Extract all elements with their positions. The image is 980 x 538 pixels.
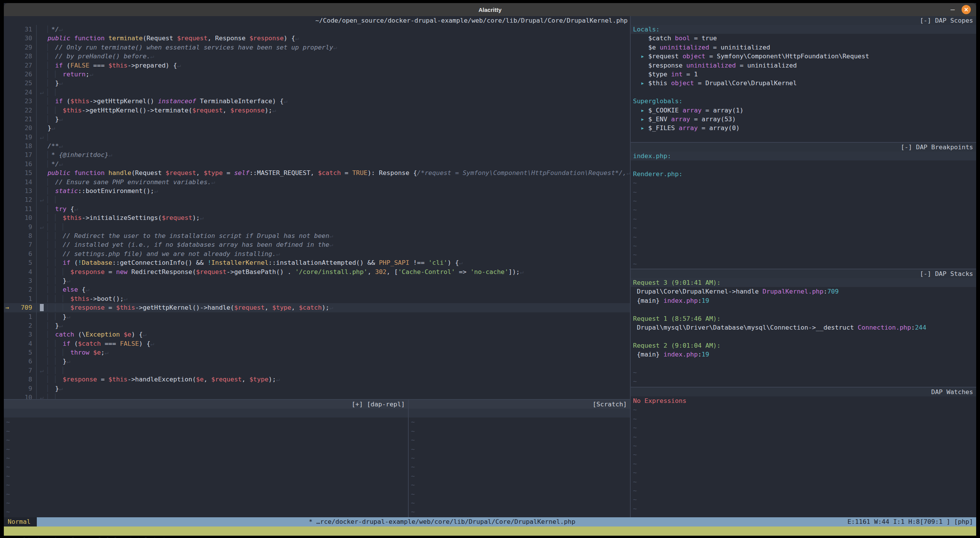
- code-line[interactable]: 4 ▏ ▏ ▏ $response = new RedirectResponse…: [4, 267, 630, 276]
- dap-scope-row[interactable]: Superglobals:: [631, 97, 976, 106]
- dap-repl-body[interactable]: ~~~~~~~~~~~: [4, 409, 408, 517]
- dap-stack-row[interactable]: Drupal\Core\DrupalKernel->handle DrupalK…: [631, 287, 976, 296]
- dap-stack-row[interactable]: Drupal\mysql\Driver\Database\mysql\Conne…: [631, 323, 976, 332]
- dap-scope-row[interactable]: ▸ $request object = Symfony\Component\Ht…: [631, 52, 976, 61]
- dap-watch-row[interactable]: No Expressions: [631, 396, 976, 405]
- scratch-body[interactable]: ~~~~~~~~~~~: [409, 409, 630, 517]
- tmux-window-list[interactable]: 1:nvim* 2:docker-: [113, 536, 178, 538]
- minimize-button[interactable]: –: [950, 3, 955, 16]
- close-icon: ×: [964, 6, 969, 13]
- code-line[interactable]: 14 ▏ // Ensure sane PHP environment vari…: [4, 178, 630, 186]
- code-line[interactable]: 7 ▏ ▏ // installed yet (i.e., if no $dat…: [4, 240, 630, 249]
- code-line[interactable]: 25 ▏ }↵: [4, 79, 630, 87]
- code-line[interactable]: 28 ▏ // by preHandle() before.↵: [4, 52, 630, 61]
- dap-stacks-header[interactable]: [-] DAP Stacks: [631, 269, 976, 278]
- code-line[interactable]: 19↵ ▏: [4, 133, 630, 142]
- dap-scope-row[interactable]: ▸ $_COOKIE array = array(1): [631, 106, 976, 115]
- code-line[interactable]: 5 ▏ ▏ if (!Database::getConnectionInfo()…: [4, 258, 630, 267]
- code-line[interactable]: 17 ▏* {@inheritdoc}↵: [4, 150, 630, 159]
- code-line[interactable]: 6 ▏ ▏ // settings.php file) and we are n…: [4, 249, 630, 258]
- dap-stack-row[interactable]: {main} index.php:19: [631, 296, 976, 305]
- code-line[interactable]: 1 ▏ ▏ ▏ $this->boot();↵: [4, 294, 630, 303]
- dap-scope-row[interactable]: ▸ $_FILES array = array(0): [631, 124, 976, 132]
- code-line[interactable]: 3 ▏ ▏ }↵: [4, 276, 630, 285]
- empty-line-tilde: ~: [409, 472, 630, 480]
- dap-scope-row[interactable]: $catch bool = true: [631, 34, 976, 43]
- dap-stacks-body[interactable]: Request 3 (9:01:41 AM): Drupal\Core\Drup…: [631, 278, 976, 387]
- dap-breakpoint-row[interactable]: Renderer.php:: [631, 170, 976, 178]
- empty-line-tilde: ~: [631, 178, 976, 187]
- code-line[interactable]: 18 /**↵: [4, 142, 630, 150]
- dap-scope-row[interactable]: ▸ $this object = Drupal\Core\DrupalKerne…: [631, 79, 976, 87]
- code-line[interactable]: 10↵ ▏ ▏: [4, 393, 630, 399]
- code-line[interactable]: 2 ▏ }↵: [4, 321, 630, 330]
- dap-stack-row[interactable]: [631, 359, 976, 368]
- dap-repl-pane[interactable]: [+] [dap-repl] ~~~~~~~~~~~: [4, 400, 409, 517]
- scratch-line[interactable]: [409, 409, 630, 418]
- code-editor[interactable]: 31 ▏*/↵30 public function terminate(Requ…: [4, 25, 630, 399]
- dap-breakpoint-row[interactable]: [631, 160, 976, 169]
- dap-scope-row[interactable]: $response uninitialized = uninitialized: [631, 61, 976, 70]
- code-line[interactable]: 8 ▏ ▏ // Redirect the user to the instal…: [4, 231, 630, 240]
- code-line[interactable]: 29 ▏ // Only run terminate() when essent…: [4, 43, 630, 52]
- code-line[interactable]: 3 ▏ catch (\Exception $e) {↵: [4, 330, 630, 339]
- code-line[interactable]: 15 public function handle(Request $reque…: [4, 168, 630, 177]
- code-line[interactable]: 20 }↵: [4, 124, 630, 132]
- code-line[interactable]: 6 ▏ ▏ }↵: [4, 357, 630, 366]
- empty-line-tilde: ~: [4, 427, 408, 436]
- dap-stack-row[interactable]: {main} index.php:19: [631, 350, 976, 359]
- empty-line-tilde: ~: [631, 405, 976, 414]
- dap-breakpoints-header[interactable]: [-] DAP Breakpoints: [631, 143, 976, 152]
- dap-scope-row[interactable]: $type int = 1: [631, 70, 976, 79]
- code-line[interactable]: 5 ▏ ▏ ▏ throw $e;↵: [4, 348, 630, 357]
- dap-stack-row[interactable]: Request 3 (9:01:41 AM):: [631, 278, 976, 287]
- dap-scope-row[interactable]: Locals:: [631, 25, 976, 34]
- code-line-current[interactable]: →709 ▏ ▏ ▏ $response = $this->getHttpKer…: [4, 303, 630, 312]
- code-line[interactable]: 24↵ ▏ ▏: [4, 88, 630, 97]
- code-line[interactable]: 21 ▏ }↵: [4, 115, 630, 124]
- dap-watches-header[interactable]: DAP Watches: [631, 388, 976, 396]
- dap-scope-row[interactable]: [631, 133, 976, 142]
- dap-stack-row[interactable]: Request 2 (9:01:04 AM):: [631, 341, 976, 350]
- dap-scope-row[interactable]: [631, 88, 976, 97]
- code-line[interactable]: 30 public function terminate(Request $re…: [4, 34, 630, 43]
- empty-line-tilde: ~: [631, 377, 976, 386]
- code-line[interactable]: 16 ▏*/↵: [4, 160, 630, 168]
- code-line[interactable]: 2 ▏ ▏ else {↵: [4, 285, 630, 294]
- empty-line-tilde: ~: [4, 436, 408, 444]
- code-line[interactable]: 26 ▏ ▏ return;↵: [4, 70, 630, 79]
- dap-breakpoints-body[interactable]: index.php:Renderer.php:~~~~~~~~~~: [631, 152, 976, 269]
- code-line[interactable]: 7↵ ▏ ▏ ▏: [4, 366, 630, 375]
- statusline-stats: E:1161 W:44 I:1 H:8[709:1 ] [php]: [847, 517, 976, 526]
- code-line[interactable]: 13 ▏ static::bootEnvironment();↵: [4, 186, 630, 195]
- code-line[interactable]: 23 ▏ if ($this->getHttpKernel() instance…: [4, 97, 630, 106]
- code-line[interactable]: 4 ▏ ▏ if ($catch === FALSE) {↵: [4, 339, 630, 348]
- dap-watches-body[interactable]: No Expressions~~~~~~~~~~~~: [631, 396, 976, 517]
- code-line[interactable]: 27 ▏ if (FALSE === $this->prepared) {↵: [4, 61, 630, 70]
- dap-stack-row[interactable]: [631, 332, 976, 341]
- empty-line-tilde: ~: [631, 250, 976, 259]
- code-line[interactable]: 8 ▏ ▏ $response = $this->handleException…: [4, 375, 630, 384]
- repl-line[interactable]: [4, 409, 408, 418]
- code-line[interactable]: 1 ▏ ▏ }↵: [4, 312, 630, 321]
- dap-scope-row[interactable]: $e uninitialized = uninitialized: [631, 43, 976, 52]
- code-line[interactable]: 9 ▏ }↵: [4, 384, 630, 393]
- scratch-pane[interactable]: [Scratch] ~~~~~~~~~~~: [409, 400, 630, 517]
- empty-line-tilde: ~: [631, 495, 976, 504]
- code-line[interactable]: 9↵ ▏ ▏ ▏: [4, 223, 630, 231]
- code-line[interactable]: 22 ▏ ▏ $this->getHttpKernel()->terminate…: [4, 106, 630, 115]
- dap-stack-row[interactable]: [631, 305, 976, 314]
- empty-line-tilde: ~: [631, 205, 976, 214]
- dap-scopes-header[interactable]: [-] DAP Scopes: [631, 16, 976, 25]
- dap-breakpoint-row[interactable]: index.php:: [631, 152, 976, 160]
- close-button[interactable]: ×: [962, 5, 971, 14]
- dap-scopes-body[interactable]: Locals: $catch bool = true $e uninitiali…: [631, 25, 976, 142]
- dap-scopes-section: [-] DAP Scopes Locals: $catch bool = tru…: [631, 16, 976, 142]
- empty-line-tilde: ~: [631, 468, 976, 477]
- dap-scope-row[interactable]: ▸ $_ENV array = array(53): [631, 115, 976, 124]
- code-line[interactable]: 10 ▏ ▏ $this->initializeSettings($reques…: [4, 213, 630, 222]
- code-line[interactable]: 12↵ ▏ ▏: [4, 195, 630, 204]
- dap-stack-row[interactable]: Request 1 (8:57:46 AM):: [631, 314, 976, 323]
- code-line[interactable]: 31 ▏*/↵: [4, 25, 630, 34]
- code-line[interactable]: 11 ▏ try {↵: [4, 205, 630, 213]
